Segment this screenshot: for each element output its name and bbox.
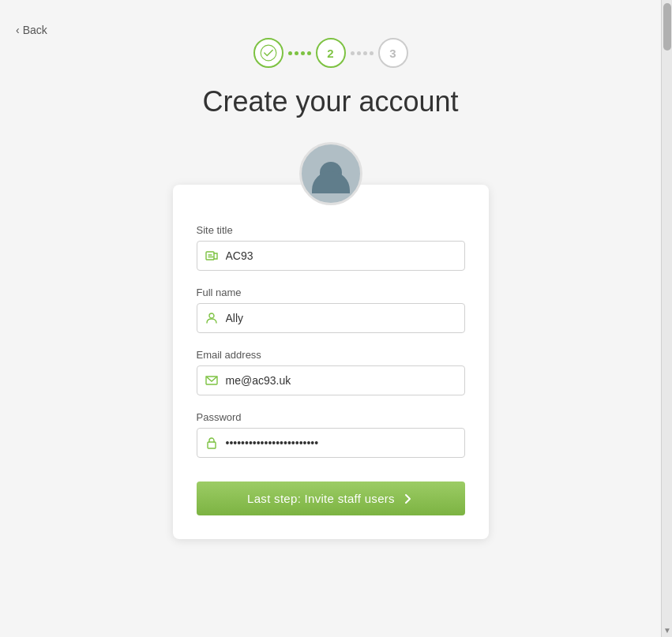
scroll-down-arrow[interactable]: ▼ [662, 624, 672, 637]
step-2-label: 2 [327, 47, 333, 60]
password-label: Password [197, 411, 465, 423]
dot-6 [357, 51, 361, 55]
chevron-right-icon [401, 493, 414, 505]
dot-7 [363, 51, 367, 55]
envelope-icon [205, 374, 218, 387]
svg-rect-6 [208, 442, 216, 448]
password-group: Password [197, 411, 465, 458]
step-3-circle: 3 [378, 38, 408, 68]
dot-8 [370, 51, 374, 55]
avatar [299, 142, 362, 205]
site-title-label: Site title [197, 224, 465, 236]
step-1-circle [253, 38, 283, 68]
full-name-group: Full name [197, 287, 465, 333]
back-label: Back [23, 24, 47, 36]
full-name-input[interactable] [197, 304, 464, 332]
svg-point-4 [209, 313, 214, 318]
user-icon [205, 312, 218, 324]
checkmark-icon [260, 44, 277, 62]
step-2-circle: 2 [316, 38, 346, 68]
site-title-input[interactable] [197, 242, 464, 270]
site-title-input-wrapper [197, 241, 465, 271]
padlock-icon [205, 437, 218, 449]
email-icon [205, 374, 218, 387]
scrollbar[interactable]: ▲ ▼ [661, 0, 672, 637]
site-title-group: Site title [197, 224, 465, 271]
dot-1 [288, 51, 292, 55]
dot-4 [307, 51, 311, 55]
page-title: Create your account [202, 85, 458, 118]
submit-button[interactable]: Last step: Invite staff users [197, 481, 465, 515]
email-label: Email address [197, 349, 465, 361]
avatar-container [299, 142, 362, 205]
email-input[interactable] [197, 366, 464, 395]
step-3-label: 3 [389, 47, 396, 60]
email-input-wrapper [197, 365, 465, 395]
svg-point-0 [261, 45, 276, 61]
full-name-input-wrapper [197, 303, 465, 333]
password-input[interactable] [197, 429, 464, 457]
step-indicator: 2 3 [253, 38, 408, 68]
step-dots-1-2 [288, 51, 311, 55]
form-card: Site title Full name [173, 185, 489, 539]
avatar-body [312, 171, 350, 193]
dot-5 [351, 51, 355, 55]
tag-icon [205, 249, 218, 262]
back-link[interactable]: ‹ Back [16, 24, 47, 36]
step-dots-2-3 [351, 51, 374, 55]
person-icon [205, 312, 218, 324]
page-container: 2 3 Create your account Site title [0, 0, 661, 571]
password-input-wrapper [197, 428, 465, 458]
lock-icon [205, 437, 218, 449]
scrollbar-thumb[interactable] [663, 3, 671, 51]
back-arrow-icon: ‹ [16, 24, 20, 36]
avatar-person [320, 162, 342, 185]
email-group: Email address [197, 349, 465, 395]
svg-rect-1 [206, 252, 214, 260]
dot-3 [301, 51, 305, 55]
full-name-label: Full name [197, 287, 465, 298]
dot-2 [295, 51, 298, 55]
site-title-icon [205, 249, 218, 262]
submit-label: Last step: Invite staff users [247, 492, 395, 505]
